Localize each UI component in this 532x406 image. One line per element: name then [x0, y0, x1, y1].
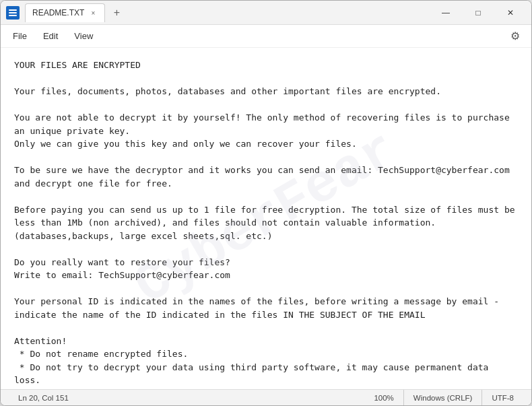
edit-menu[interactable]: Edit: [36, 28, 65, 44]
line-ending[interactable]: Windows (CRLF): [403, 390, 482, 406]
file-menu[interactable]: File: [6, 28, 34, 44]
app-icon-line-2: [9, 12, 17, 13]
title-bar-left: README.TXT × +: [6, 3, 430, 22]
file-content: YOUR FILES ARE ENCRYPTED Your files, doc…: [14, 59, 518, 389]
view-menu[interactable]: View: [67, 28, 100, 44]
status-right-section: 100% Windows (CRLF) UTF-8: [364, 390, 523, 406]
app-icon-line-1: [9, 9, 17, 11]
settings-icon[interactable]: ⚙: [504, 26, 526, 47]
main-window: README.TXT × + — □ ✕ File Edit View ⚙ Cy…: [0, 0, 532, 406]
app-icon-line-3: [9, 15, 17, 16]
new-tab-button[interactable]: +: [108, 4, 125, 22]
title-bar: README.TXT × + — □ ✕: [1, 1, 531, 25]
tab-close-button[interactable]: ×: [88, 8, 98, 18]
tab-label: README.TXT: [32, 8, 84, 18]
tab-bar: README.TXT × +: [25, 3, 125, 22]
app-icon-lines: [9, 9, 17, 16]
app-icon: [6, 6, 20, 20]
menu-bar-left: File Edit View: [6, 28, 100, 44]
status-position-section: Ln 20, Col 151: [9, 390, 364, 406]
maximize-button[interactable]: □: [463, 1, 494, 25]
close-button[interactable]: ✕: [495, 1, 526, 25]
status-bar: Ln 20, Col 151 100% Windows (CRLF) UTF-8: [1, 389, 531, 405]
active-tab[interactable]: README.TXT ×: [25, 3, 105, 22]
text-content-area[interactable]: CyberFear YOUR FILES ARE ENCRYPTED Your …: [1, 48, 531, 389]
zoom-level[interactable]: 100%: [364, 390, 403, 406]
menu-bar: File Edit View ⚙: [1, 25, 531, 48]
cursor-position: Ln 20, Col 151: [9, 390, 78, 406]
window-controls: — □ ✕: [430, 1, 526, 25]
encoding[interactable]: UTF-8: [481, 390, 523, 406]
minimize-button[interactable]: —: [430, 1, 461, 25]
